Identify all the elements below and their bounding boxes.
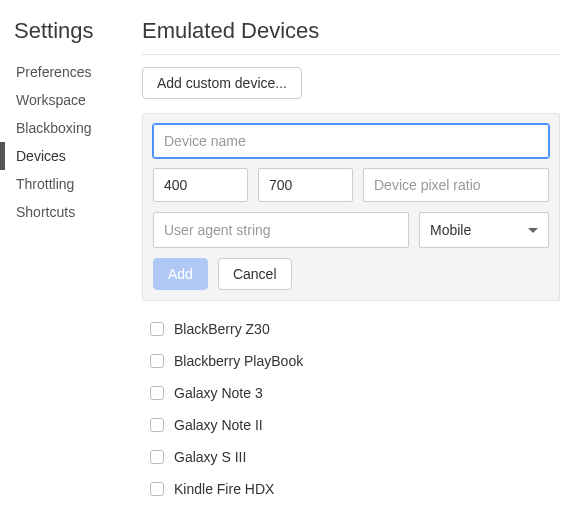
checkbox-icon[interactable] xyxy=(150,450,164,464)
device-list-item[interactable]: Galaxy S III xyxy=(146,441,556,473)
device-type-select[interactable]: Mobile xyxy=(419,212,549,248)
sidebar-item-workspace[interactable]: Workspace xyxy=(14,86,124,114)
divider xyxy=(142,54,560,55)
sidebar-title: Settings xyxy=(14,18,124,44)
device-name-input[interactable] xyxy=(153,124,549,158)
device-list-item[interactable]: Blackberry PlayBook xyxy=(146,345,556,377)
user-agent-input[interactable] xyxy=(153,212,409,248)
device-type-selected-label: Mobile xyxy=(430,222,528,238)
chevron-down-icon xyxy=(528,228,538,233)
width-input[interactable] xyxy=(153,168,248,202)
checkbox-icon[interactable] xyxy=(150,418,164,432)
cancel-button[interactable]: Cancel xyxy=(218,258,292,290)
device-label: Galaxy Note 3 xyxy=(174,385,263,401)
sidebar-item-shortcuts[interactable]: Shortcuts xyxy=(14,198,124,226)
device-label: Kindle Fire HDX xyxy=(174,481,274,497)
device-pixel-ratio-input[interactable] xyxy=(363,168,549,202)
checkbox-icon[interactable] xyxy=(150,354,164,368)
height-input[interactable] xyxy=(258,168,353,202)
sidebar-item-throttling[interactable]: Throttling xyxy=(14,170,124,198)
device-list: BlackBerry Z30Blackberry PlayBookGalaxy … xyxy=(142,313,560,505)
checkbox-icon[interactable] xyxy=(150,322,164,336)
add-button[interactable]: Add xyxy=(153,258,208,290)
page-title: Emulated Devices xyxy=(142,18,560,44)
device-list-item[interactable]: Galaxy Note II xyxy=(146,409,556,441)
device-list-item[interactable]: BlackBerry Z30 xyxy=(146,313,556,345)
custom-device-form: Mobile Add Cancel xyxy=(142,113,560,301)
sidebar-item-devices[interactable]: Devices xyxy=(14,142,124,170)
add-custom-device-button[interactable]: Add custom device... xyxy=(142,67,302,99)
device-label: BlackBerry Z30 xyxy=(174,321,270,337)
checkbox-icon[interactable] xyxy=(150,386,164,400)
device-list-item[interactable]: Galaxy Note 3 xyxy=(146,377,556,409)
settings-sidebar: Settings PreferencesWorkspaceBlackboxing… xyxy=(0,0,124,520)
device-label: Galaxy Note II xyxy=(174,417,263,433)
device-label: Blackberry PlayBook xyxy=(174,353,303,369)
device-list-item[interactable]: Kindle Fire HDX xyxy=(146,473,556,505)
checkbox-icon[interactable] xyxy=(150,482,164,496)
sidebar-item-blackboxing[interactable]: Blackboxing xyxy=(14,114,124,142)
sidebar-item-preferences[interactable]: Preferences xyxy=(14,58,124,86)
device-label: Galaxy S III xyxy=(174,449,246,465)
main-panel: Emulated Devices Add custom device... Mo… xyxy=(124,0,572,520)
